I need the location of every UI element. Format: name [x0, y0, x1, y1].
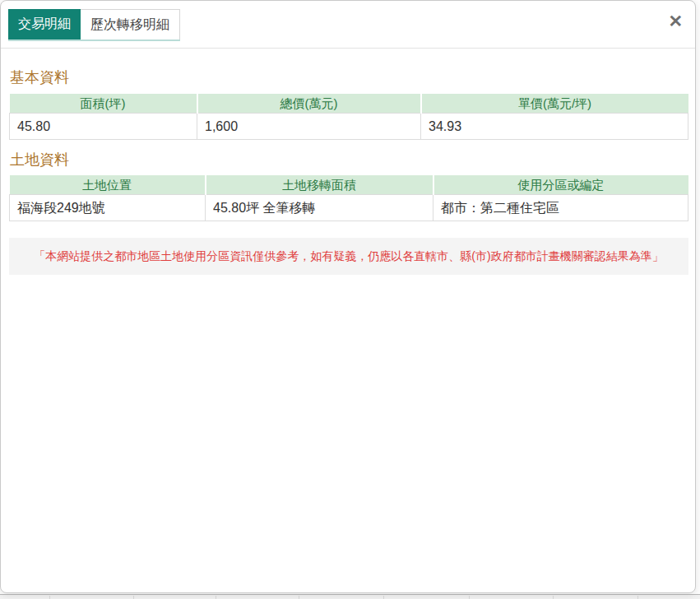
background-page-table-strip: [0, 594, 700, 599]
cell-total-price: 1,600: [197, 113, 421, 139]
background-divider: [216, 596, 216, 599]
land-info-table: 土地位置 土地移轉面積 使用分區或編定 福海段249地號 45.80坪 全筆移轉…: [9, 175, 688, 221]
background-divider: [49, 596, 50, 599]
header-total-price: 總價(萬元): [197, 94, 421, 114]
dialog-tab-bar: 交易明細 歷次轉移明細 ✕: [1, 1, 695, 41]
cell-land-transfer-area: 45.80坪 全筆移轉: [206, 195, 433, 221]
table-header-row: 土地位置 土地移轉面積 使用分區或編定: [10, 175, 688, 195]
background-divider: [133, 596, 134, 599]
cell-land-location: 福海段249地號: [10, 195, 206, 221]
header-land-location: 土地位置: [10, 175, 206, 195]
header-unit-price: 單價(萬元/坪): [421, 94, 688, 114]
cell-area: 45.80: [10, 113, 197, 139]
section-title-land-info: 土地資料: [10, 151, 688, 169]
background-divider: [299, 596, 299, 599]
transaction-detail-dialog: 交易明細 歷次轉移明細 ✕ 基本資料 面積(坪) 總價(萬元) 單價(萬元/坪)…: [0, 0, 696, 593]
header-area: 面積(坪): [10, 94, 197, 114]
section-title-basic-info: 基本資料: [10, 69, 688, 87]
table-row: 45.80 1,600 34.93: [10, 113, 688, 139]
close-icon[interactable]: ✕: [666, 11, 684, 31]
table-header-row: 面積(坪) 總價(萬元) 單價(萬元/坪): [10, 94, 688, 114]
table-row: 福海段249地號 45.80坪 全筆移轉 都市：第二種住宅區: [10, 195, 688, 221]
cell-unit-price: 34.93: [421, 113, 688, 139]
tab-transaction-detail[interactable]: 交易明細: [8, 9, 81, 39]
disclaimer-text: 「本網站提供之都市地區土地使用分區資訊僅供參考，如有疑義，仍應以各直轄市、縣(市…: [9, 238, 688, 275]
cell-zoning: 都市：第二種住宅區: [433, 195, 688, 221]
basic-info-table: 面積(坪) 總價(萬元) 單價(萬元/坪) 45.80 1,600 34.93: [9, 94, 688, 140]
background-divider: [637, 596, 638, 599]
header-zoning: 使用分區或編定: [433, 175, 688, 195]
header-land-transfer-area: 土地移轉面積: [206, 175, 433, 195]
background-divider: [469, 596, 470, 599]
background-divider: [553, 596, 554, 599]
background-divider: [383, 596, 384, 599]
tab-transfer-history[interactable]: 歷次轉移明細: [81, 9, 180, 39]
dialog-content: 基本資料 面積(坪) 總價(萬元) 單價(萬元/坪) 45.80 1,600 3…: [1, 69, 695, 275]
tab-bar-divider: [1, 48, 695, 49]
tabs-group: 交易明細 歷次轉移明細: [8, 9, 180, 41]
